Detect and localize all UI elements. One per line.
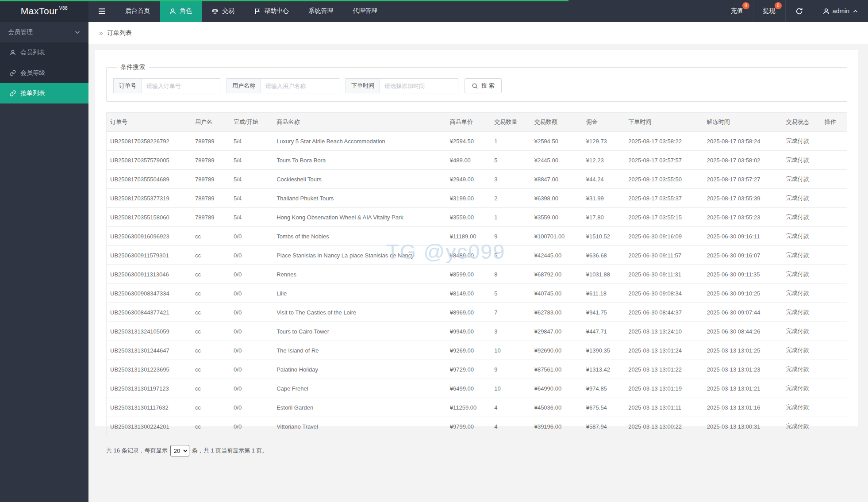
cell-username: 789789: [192, 170, 230, 189]
header-price: 商品单价: [446, 113, 491, 132]
cell-product: Rennes: [273, 265, 446, 284]
orders-table-header: 订单号 用户名 完成/开始 商品名称 商品单价 交易数量 交易数额 佣金 下单时…: [107, 113, 847, 132]
cell-amount: ¥6398.00: [531, 189, 583, 208]
cell-action: [821, 265, 847, 284]
cell-action: [821, 341, 847, 360]
cell-amount: ¥3559.00: [531, 208, 583, 227]
cell-order_time: 2025-03-13 13:01:22: [625, 360, 703, 379]
sidebar-item-order-grab-list[interactable]: 抢单列表: [0, 83, 88, 103]
cell-action: [821, 398, 847, 417]
breadcrumb: » 订单列表: [88, 22, 868, 44]
cell-commission: ¥1031.88: [583, 265, 625, 284]
page: MaxTour V88 后台首页 角色 交易: [0, 0, 868, 502]
cell-order_no: UB2508170355504689: [107, 170, 192, 189]
cell-product: Thailand Phuket Tours: [273, 189, 446, 208]
cell-unfreeze_time: 2025-08-17 03:58:02: [703, 151, 783, 170]
page-size-select[interactable]: 20: [170, 445, 189, 456]
cell-order_no: UB2506300844377421: [107, 303, 192, 322]
nav-item-help-center[interactable]: 帮助中心: [244, 0, 299, 22]
topbar-right: 充值 0 提现 0 admin: [721, 0, 868, 22]
cell-order_time: 2025-03-13 13:24:10: [625, 322, 703, 341]
table-row: UB2506300844377421cc0/0Visit to The Cast…: [107, 303, 847, 322]
cell-status: 完成付款: [783, 417, 821, 436]
chevron-up-icon: [853, 8, 858, 14]
cell-unfreeze_time: 2025-06-30 09:16:11: [703, 227, 783, 246]
cell-order_no: UB2503131301244647: [107, 341, 192, 360]
refresh-button[interactable]: [785, 0, 813, 22]
cell-username: cc: [192, 379, 230, 398]
table-row: UB25081703551580607897895/4Hong Kong Obs…: [107, 208, 847, 227]
cell-order_no: UB2508170355377319: [107, 189, 192, 208]
cell-ratio: 5/4: [230, 208, 273, 227]
cell-qty: 1: [491, 208, 530, 227]
cell-status: 完成付款: [783, 246, 821, 265]
cell-amount: ¥42445.00: [531, 246, 583, 265]
cell-amount: ¥92690.00: [531, 341, 583, 360]
cell-status: 完成付款: [783, 132, 821, 151]
cell-unfreeze_time: 2025-06-30 08:44:26: [703, 322, 783, 341]
cell-price: ¥11189.00: [446, 227, 491, 246]
cell-qty: 5: [491, 151, 530, 170]
cell-username: cc: [192, 227, 230, 246]
cell-status: 完成付款: [783, 360, 821, 379]
cell-commission: ¥1510.52: [583, 227, 625, 246]
loading-progress-bar: [0, 0, 568, 1]
nav-item-agent-admin[interactable]: 代理管理: [343, 0, 387, 22]
sidebar-item-member-level[interactable]: 会员等级: [0, 63, 88, 83]
orders-table: 订单号 用户名 完成/开始 商品名称 商品单价 交易数量 交易数额 佣金 下单时…: [106, 112, 847, 436]
cell-unfreeze_time: 2025-03-13 13:01:25: [703, 341, 783, 360]
cell-price: ¥2949.00: [446, 170, 491, 189]
sidebar-item-member-list[interactable]: 会员列表: [0, 42, 88, 63]
cell-commission: ¥974.85: [583, 379, 625, 398]
cell-commission: ¥941.75: [583, 303, 625, 322]
username-input[interactable]: [261, 78, 339, 93]
cell-action: [821, 284, 847, 303]
menu-toggle-button[interactable]: [88, 0, 115, 22]
cell-order_time: 2025-08-17 03:58:22: [625, 132, 703, 151]
cell-product: The Island of Re: [273, 341, 446, 360]
order-time-label: 下单时间: [346, 78, 380, 93]
cell-unfreeze_time: 2025-03-13 13:01:21: [703, 379, 783, 398]
nav-item-home[interactable]: 后台首页: [115, 0, 160, 22]
cell-action: [821, 303, 847, 322]
order-no-input[interactable]: [142, 78, 220, 93]
cell-status: 完成付款: [783, 170, 821, 189]
nav-item-system-admin[interactable]: 系统管理: [299, 0, 343, 22]
chevron-down-icon: [74, 29, 81, 35]
cell-price: ¥9949.00: [446, 322, 491, 341]
recharge-badge: 0: [742, 2, 749, 9]
order-no-label: 订单号: [113, 78, 142, 93]
table-row: UB25081703553773197897895/4Thailand Phuk…: [107, 189, 847, 208]
withdraw-button[interactable]: 提现 0: [753, 0, 785, 22]
cell-price: ¥9799.00: [446, 417, 491, 436]
cell-amount: ¥62783.00: [531, 303, 583, 322]
header-action: 操作: [821, 113, 847, 132]
cell-unfreeze_time: 2025-06-30 09:11:35: [703, 265, 783, 284]
hamburger-icon: [98, 8, 106, 15]
pagination-suffix: 条，共 1 页当前显示第 1 页。: [192, 447, 268, 455]
link-icon: [10, 90, 16, 96]
cell-ratio: 0/0: [230, 379, 273, 398]
nav-item-role[interactable]: 角色: [160, 0, 202, 22]
cell-status: 完成付款: [783, 151, 821, 170]
user-menu[interactable]: admin: [813, 0, 868, 22]
sidebar-submenu: 会员列表 会员等级 抢单列表: [0, 42, 88, 103]
cell-action: [821, 227, 847, 246]
cell-order_no: UB2508170358226792: [107, 132, 192, 151]
cell-username: cc: [192, 322, 230, 341]
recharge-button[interactable]: 充值 0: [721, 0, 753, 22]
cell-status: 完成付款: [783, 227, 821, 246]
order-time-input[interactable]: [380, 78, 458, 93]
cell-ratio: 0/0: [230, 417, 273, 436]
cell-order_time: 2025-08-17 03:57:57: [625, 151, 703, 170]
logo-version: V88: [59, 6, 68, 11]
cell-action: [821, 322, 847, 341]
sidebar-group-member-management[interactable]: 会员管理: [0, 22, 88, 42]
search-button[interactable]: 搜 索: [465, 78, 502, 93]
cell-username: cc: [192, 417, 230, 436]
cell-commission: ¥447.71: [583, 322, 625, 341]
refresh-icon: [795, 8, 803, 15]
nav-item-trade[interactable]: 交易: [202, 0, 244, 22]
cell-qty: 2: [491, 189, 530, 208]
header-ratio: 完成/开始: [230, 113, 273, 132]
